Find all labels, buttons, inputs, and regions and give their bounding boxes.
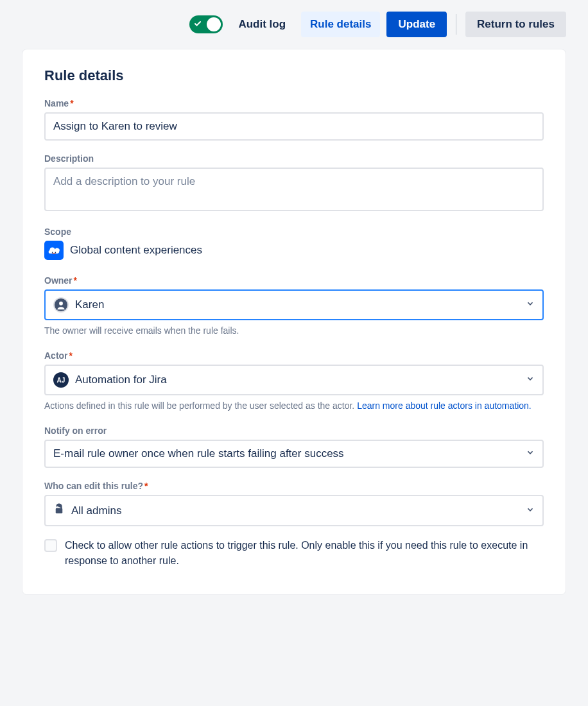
who-edit-select[interactable]: All admins [44,495,544,526]
svg-point-0 [52,252,53,254]
owner-value: Karen [75,298,104,311]
actor-value: Automation for Jira [75,374,167,386]
svg-point-1 [55,252,56,254]
toggle-knob [207,17,221,31]
tab-rule-details[interactable]: Rule details [301,12,380,37]
section-title: Rule details [44,67,544,84]
allow-trigger-checkbox[interactable] [44,539,57,552]
actor-helper: Actions defined in this rule will be per… [44,399,544,413]
rule-details-card: Rule details Name* Description Scope Glo… [22,49,566,595]
enable-toggle[interactable] [189,15,223,33]
name-label: Name* [44,98,544,108]
actor-learn-more-link[interactable]: Learn more about rule actors in automati… [357,400,532,411]
notify-value: E-mail rule owner once when rule starts … [53,447,344,460]
name-input[interactable] [44,112,544,141]
divider [456,14,456,35]
unlock-icon [53,503,65,519]
chevron-down-icon [526,504,535,517]
owner-select[interactable]: Karen [44,289,544,320]
actor-select[interactable]: AJ Automation for Jira [44,365,544,395]
return-to-rules-button[interactable]: Return to rules [465,12,566,37]
actor-label: Actor* [44,350,544,361]
svg-point-3 [59,302,63,306]
description-input[interactable] [44,168,544,211]
chevron-down-icon [526,374,535,386]
notify-select[interactable]: E-mail rule owner once when rule starts … [44,440,544,468]
owner-label: Owner* [44,275,544,286]
actor-avatar: AJ [53,372,69,388]
svg-rect-4 [56,508,63,513]
chevron-down-icon [526,447,535,460]
notify-label: Notify on error [44,426,544,436]
tab-audit-log[interactable]: Audit log [229,12,295,37]
update-button[interactable]: Update [386,12,447,37]
check-icon [194,20,202,29]
who-edit-value: All admins [71,504,121,517]
who-edit-label: Who can edit this rule?* [44,481,544,491]
project-icon [44,241,64,260]
scope-value: Global content experiences [70,244,202,257]
allow-trigger-label: Check to allow other rule actions to tri… [65,538,544,569]
person-icon [53,297,69,313]
scope-label: Scope [44,227,544,237]
description-label: Description [44,153,544,164]
chevron-down-icon [526,298,535,311]
owner-helper: The owner will receive emails when the r… [44,324,544,338]
